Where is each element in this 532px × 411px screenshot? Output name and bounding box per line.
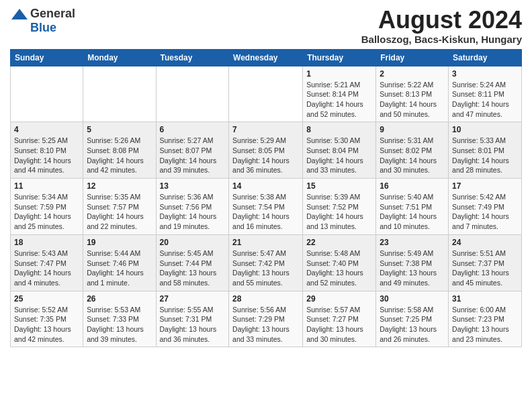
day-number: 17: [452, 181, 518, 191]
day-number: 19: [87, 238, 152, 247]
week-row-5: 25Sunrise: 5:52 AM Sunset: 7:35 PM Dayli…: [11, 291, 522, 347]
day-info: Sunrise: 5:24 AM Sunset: 8:11 PM Dayligh…: [452, 80, 518, 120]
day-cell: 19Sunrise: 5:44 AM Sunset: 7:46 PM Dayli…: [83, 234, 156, 291]
day-number: 14: [232, 181, 299, 191]
day-cell: 24Sunrise: 5:51 AM Sunset: 7:37 PM Dayli…: [449, 234, 522, 291]
logo: General Blue: [10, 7, 75, 35]
day-info: Sunrise: 5:55 AM Sunset: 7:31 PM Dayligh…: [160, 305, 226, 345]
day-number: 15: [306, 181, 372, 191]
day-cell: [229, 66, 303, 122]
day-number: 4: [14, 125, 79, 134]
weekday-header-row: SundayMondayTuesdayWednesdayThursdayFrid…: [11, 49, 522, 66]
day-cell: 2Sunrise: 5:22 AM Sunset: 8:13 PM Daylig…: [376, 66, 449, 122]
weekday-header-tuesday: Tuesday: [156, 49, 229, 66]
day-info: Sunrise: 5:36 AM Sunset: 7:56 PM Dayligh…: [160, 192, 226, 232]
location: Balloszog, Bacs-Kiskun, Hungary: [361, 34, 522, 45]
day-info: Sunrise: 5:29 AM Sunset: 8:05 PM Dayligh…: [232, 136, 299, 175]
day-number: 22: [306, 238, 372, 247]
day-info: Sunrise: 6:00 AM Sunset: 7:23 PM Dayligh…: [452, 305, 518, 345]
weekday-header-saturday: Saturday: [449, 49, 522, 66]
day-cell: 3Sunrise: 5:24 AM Sunset: 8:11 PM Daylig…: [449, 66, 522, 122]
day-info: Sunrise: 5:33 AM Sunset: 8:01 PM Dayligh…: [452, 136, 518, 175]
month-year: August 2024: [361, 7, 522, 34]
day-cell: 18Sunrise: 5:43 AM Sunset: 7:47 PM Dayli…: [11, 234, 83, 291]
day-info: Sunrise: 5:58 AM Sunset: 7:25 PM Dayligh…: [380, 305, 445, 345]
day-info: Sunrise: 5:48 AM Sunset: 7:40 PM Dayligh…: [306, 248, 372, 288]
day-cell: [156, 66, 229, 122]
week-row-2: 4Sunrise: 5:25 AM Sunset: 8:10 PM Daylig…: [11, 122, 522, 179]
day-cell: 30Sunrise: 5:58 AM Sunset: 7:25 PM Dayli…: [376, 291, 449, 347]
day-number: 18: [14, 238, 79, 247]
day-info: Sunrise: 5:49 AM Sunset: 7:38 PM Dayligh…: [380, 248, 445, 288]
day-number: 1: [306, 69, 372, 79]
day-info: Sunrise: 5:38 AM Sunset: 7:54 PM Dayligh…: [232, 192, 299, 232]
day-info: Sunrise: 5:25 AM Sunset: 8:10 PM Dayligh…: [14, 136, 79, 175]
day-cell: 10Sunrise: 5:33 AM Sunset: 8:01 PM Dayli…: [449, 122, 522, 179]
day-number: 5: [87, 125, 152, 134]
day-info: Sunrise: 5:56 AM Sunset: 7:29 PM Dayligh…: [232, 305, 299, 345]
day-cell: 27Sunrise: 5:55 AM Sunset: 7:31 PM Dayli…: [156, 291, 229, 347]
week-row-3: 11Sunrise: 5:34 AM Sunset: 7:59 PM Dayli…: [11, 179, 522, 235]
day-info: Sunrise: 5:30 AM Sunset: 8:04 PM Dayligh…: [306, 136, 372, 175]
day-number: 13: [160, 181, 226, 191]
day-info: Sunrise: 5:52 AM Sunset: 7:35 PM Dayligh…: [14, 305, 79, 345]
day-number: 26: [87, 294, 152, 304]
day-cell: 23Sunrise: 5:49 AM Sunset: 7:38 PM Dayli…: [376, 234, 449, 291]
day-number: 20: [160, 238, 226, 247]
day-number: 27: [160, 294, 226, 304]
day-cell: 8Sunrise: 5:30 AM Sunset: 8:04 PM Daylig…: [303, 122, 376, 179]
day-cell: 21Sunrise: 5:47 AM Sunset: 7:42 PM Dayli…: [229, 234, 303, 291]
day-cell: 28Sunrise: 5:56 AM Sunset: 7:29 PM Dayli…: [229, 291, 303, 347]
day-info: Sunrise: 5:43 AM Sunset: 7:47 PM Dayligh…: [14, 248, 79, 288]
weekday-header-sunday: Sunday: [11, 49, 83, 66]
day-number: 7: [232, 125, 299, 134]
day-info: Sunrise: 5:27 AM Sunset: 8:07 PM Dayligh…: [160, 136, 226, 175]
day-number: 2: [380, 69, 445, 79]
header: General Blue August 2024 Balloszog, Bacs…: [10, 7, 522, 45]
day-number: 24: [452, 238, 518, 247]
day-info: Sunrise: 5:40 AM Sunset: 7:51 PM Dayligh…: [380, 192, 445, 232]
day-info: Sunrise: 5:51 AM Sunset: 7:37 PM Dayligh…: [452, 248, 518, 288]
day-info: Sunrise: 5:34 AM Sunset: 7:59 PM Dayligh…: [14, 192, 79, 232]
day-info: Sunrise: 5:44 AM Sunset: 7:46 PM Dayligh…: [87, 248, 152, 288]
day-cell: 16Sunrise: 5:40 AM Sunset: 7:51 PM Dayli…: [376, 179, 449, 235]
day-info: Sunrise: 5:45 AM Sunset: 7:44 PM Dayligh…: [160, 248, 226, 288]
day-cell: 26Sunrise: 5:53 AM Sunset: 7:33 PM Dayli…: [83, 291, 156, 347]
day-cell: 29Sunrise: 5:57 AM Sunset: 7:27 PM Dayli…: [303, 291, 376, 347]
day-number: 12: [87, 181, 152, 191]
day-cell: [11, 66, 83, 122]
weekday-header-thursday: Thursday: [303, 49, 376, 66]
day-number: 25: [14, 294, 79, 304]
day-number: 23: [380, 238, 445, 247]
weekday-header-friday: Friday: [376, 49, 449, 66]
day-number: 10: [452, 125, 518, 134]
day-cell: 15Sunrise: 5:39 AM Sunset: 7:52 PM Dayli…: [303, 179, 376, 235]
day-info: Sunrise: 5:57 AM Sunset: 7:27 PM Dayligh…: [306, 305, 372, 345]
day-info: Sunrise: 5:39 AM Sunset: 7:52 PM Dayligh…: [306, 192, 372, 232]
weekday-header-monday: Monday: [83, 49, 156, 66]
day-number: 31: [452, 294, 518, 304]
day-cell: 31Sunrise: 6:00 AM Sunset: 7:23 PM Dayli…: [449, 291, 522, 347]
day-number: 16: [380, 181, 445, 191]
day-info: Sunrise: 5:42 AM Sunset: 7:49 PM Dayligh…: [452, 192, 518, 232]
logo-blue: Blue: [30, 21, 56, 35]
day-number: 9: [380, 125, 445, 134]
day-cell: 20Sunrise: 5:45 AM Sunset: 7:44 PM Dayli…: [156, 234, 229, 291]
day-info: Sunrise: 5:22 AM Sunset: 8:13 PM Dayligh…: [380, 80, 445, 120]
day-number: 3: [452, 69, 518, 79]
weekday-header-wednesday: Wednesday: [229, 49, 303, 66]
day-info: Sunrise: 5:21 AM Sunset: 8:14 PM Dayligh…: [306, 80, 372, 120]
day-cell: 11Sunrise: 5:34 AM Sunset: 7:59 PM Dayli…: [11, 179, 83, 235]
logo-icon: [10, 7, 29, 21]
day-info: Sunrise: 5:47 AM Sunset: 7:42 PM Dayligh…: [232, 248, 299, 288]
day-cell: 1Sunrise: 5:21 AM Sunset: 8:14 PM Daylig…: [303, 66, 376, 122]
day-number: 11: [14, 181, 79, 191]
day-cell: 17Sunrise: 5:42 AM Sunset: 7:49 PM Dayli…: [449, 179, 522, 235]
day-cell: [83, 66, 156, 122]
day-info: Sunrise: 5:26 AM Sunset: 8:08 PM Dayligh…: [87, 136, 152, 175]
day-cell: 25Sunrise: 5:52 AM Sunset: 7:35 PM Dayli…: [11, 291, 83, 347]
calendar-table: SundayMondayTuesdayWednesdayThursdayFrid…: [10, 49, 522, 348]
day-cell: 12Sunrise: 5:35 AM Sunset: 7:57 PM Dayli…: [83, 179, 156, 235]
day-cell: 14Sunrise: 5:38 AM Sunset: 7:54 PM Dayli…: [229, 179, 303, 235]
day-cell: 6Sunrise: 5:27 AM Sunset: 8:07 PM Daylig…: [156, 122, 229, 179]
